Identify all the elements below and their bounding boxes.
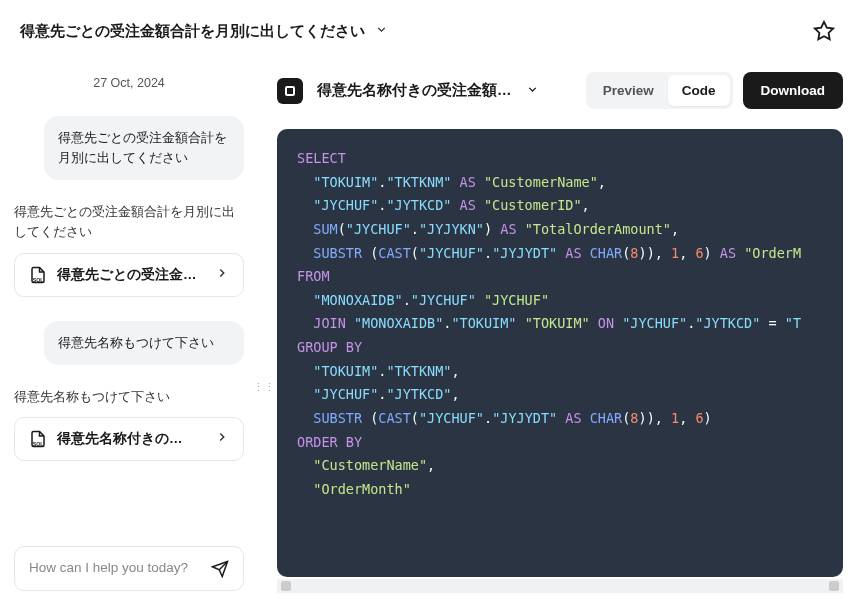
sql-file-icon: SQL — [29, 266, 47, 284]
chevron-right-icon — [215, 430, 229, 448]
preview-panel: 得意先名称付きの受注金額… Preview Code Download SELE… — [259, 54, 855, 605]
result-card-left: SQL 得意先名称付きの… — [29, 430, 183, 448]
star-icon[interactable] — [813, 20, 835, 42]
result-card[interactable]: SQL 得意先ごとの受注金… — [14, 253, 244, 297]
user-message: 得意先名称もつけて下さい — [44, 321, 244, 365]
panel-divider[interactable]: ⋮⋮ — [258, 54, 259, 605]
result-card-label: 得意先名称付きの… — [57, 430, 183, 448]
code-editor[interactable]: SELECT "TOKUIM"."TKTKNM" AS "CustomerNam… — [277, 129, 843, 577]
assistant-text: 得意先ごとの受注金額合計を月別に出してください — [14, 202, 244, 242]
app-logo-icon — [277, 78, 303, 104]
result-card-label: 得意先ごとの受注金… — [57, 266, 197, 284]
chevron-down-icon[interactable] — [526, 83, 539, 99]
chevron-right-icon — [215, 266, 229, 284]
preview-header: 得意先名称付きの受注金額… Preview Code Download — [277, 72, 843, 109]
svg-text:SQL: SQL — [33, 276, 45, 282]
app-header: 得意先ごとの受注金額合計を月別に出してください — [0, 0, 855, 54]
chat-input-placeholder: How can I help you today? — [29, 559, 188, 578]
drag-handle-icon[interactable]: ⋮⋮ — [253, 384, 265, 404]
chat-panel: 27 Oct, 2024 得意先ごとの受注金額合計を月別に出してください 得意先… — [0, 54, 258, 605]
scrollbar-track — [281, 581, 839, 591]
assistant-text: 得意先名称もつけて下さい — [14, 387, 244, 407]
chevron-down-icon[interactable] — [375, 23, 388, 39]
chat-input[interactable]: How can I help you today? — [14, 546, 244, 591]
header-title-wrap: 得意先ごとの受注金額合計を月別に出してください — [20, 22, 388, 41]
main-layout: 27 Oct, 2024 得意先ごとの受注金額合計を月別に出してください 得意先… — [0, 54, 855, 605]
svg-text:SQL: SQL — [33, 441, 45, 447]
scroll-arrow-left-icon[interactable] — [281, 581, 291, 591]
sql-code: SELECT "TOKUIM"."TKTKNM" AS "CustomerNam… — [277, 129, 843, 519]
result-card-left: SQL 得意先ごとの受注金… — [29, 266, 197, 284]
sql-file-icon: SQL — [29, 430, 47, 448]
code-tab[interactable]: Code — [668, 75, 730, 106]
send-icon[interactable] — [211, 560, 229, 578]
chat-date: 27 Oct, 2024 — [14, 76, 244, 90]
user-message: 得意先ごとの受注金額合計を月別に出してください — [44, 116, 244, 180]
preview-header-left: 得意先名称付きの受注金額… — [277, 78, 539, 104]
result-card[interactable]: SQL 得意先名称付きの… — [14, 417, 244, 461]
preview-actions: Preview Code Download — [586, 72, 843, 109]
preview-title: 得意先名称付きの受注金額… — [317, 81, 512, 100]
chat-scroll[interactable]: 27 Oct, 2024 得意先ごとの受注金額合計を月別に出してください 得意先… — [14, 66, 244, 546]
svg-marker-0 — [815, 22, 833, 39]
scroll-arrow-right-icon[interactable] — [829, 581, 839, 591]
preview-tab[interactable]: Preview — [589, 75, 668, 106]
view-toggle: Preview Code — [586, 72, 733, 109]
horizontal-scrollbar[interactable] — [277, 579, 843, 593]
page-title: 得意先ごとの受注金額合計を月別に出してください — [20, 22, 365, 41]
download-button[interactable]: Download — [743, 72, 844, 109]
